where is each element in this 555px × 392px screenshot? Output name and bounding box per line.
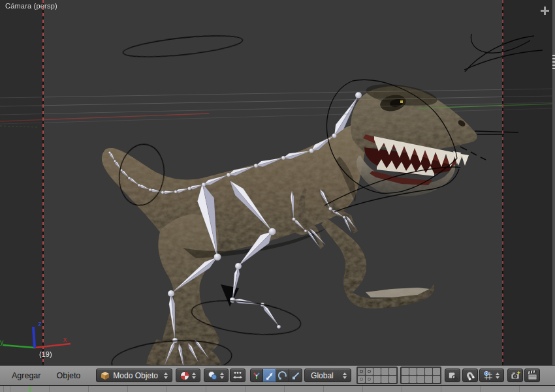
manipulator-group [250, 369, 302, 382]
translate-arrow-icon [264, 370, 275, 381]
render-still-camera-icon [510, 370, 521, 381]
layer-grid-1[interactable] [357, 367, 398, 384]
render-animation-button[interactable] [524, 369, 540, 382]
plus-icon[interactable] [539, 5, 550, 16]
layer-grid-2[interactable] [400, 367, 441, 384]
viewport-header: Agregar Objeto Modo Objeto [0, 365, 555, 385]
cube-icon [100, 370, 110, 381]
3d-viewport[interactable]: Cámara (persp) (19) y x z [0, 0, 555, 365]
axis-y-label: y [0, 338, 4, 346]
mode-dropdown[interactable]: Modo Objeto [96, 369, 172, 382]
rotate-arc-icon [278, 370, 288, 381]
passepartout-right [503, 0, 555, 365]
pivot-point-icon [208, 370, 218, 381]
layer-buttons [357, 367, 441, 384]
render-animation-clapper-icon [527, 370, 538, 381]
transform-orientation-dropdown[interactable]: Global [304, 369, 351, 382]
axis-z-label: z [38, 320, 42, 327]
translate-manipulator-button[interactable] [263, 369, 276, 382]
magnet-icon [465, 370, 475, 381]
blender-window: Cámara (persp) (19) y x z Agregar Objeto… [0, 0, 555, 392]
timeline-strip[interactable] [0, 385, 555, 392]
passepartout-left [0, 0, 43, 365]
camera-name-label: Cámara (persp) [5, 2, 57, 10]
lamp-dot [400, 100, 403, 103]
snap-toggle-button[interactable] [462, 369, 478, 382]
mode-dropdown-arrows [162, 372, 170, 379]
mini-axis-gizmo: y x z [0, 318, 78, 357]
snap-increment-icon [483, 370, 494, 381]
menu-objeto[interactable]: Objeto [48, 371, 88, 380]
manipulate-centers-button[interactable] [230, 369, 246, 382]
render-still-button[interactable] [507, 369, 523, 382]
axis-tripod-button[interactable] [250, 369, 263, 382]
rotate-manipulator-button[interactable] [276, 369, 289, 382]
viewport-shading-texture-icon [180, 370, 190, 381]
mode-label: Modo Objeto [110, 371, 162, 380]
snap-element-dropdown[interactable] [479, 369, 504, 382]
timeline-playhead[interactable] [29, 386, 31, 392]
axis-x-label: x [63, 335, 67, 343]
manipulate-centers-icon [232, 370, 243, 381]
menu-agregar[interactable]: Agregar [4, 371, 48, 380]
scale-square-icon [291, 370, 301, 381]
scene-svg [0, 0, 555, 365]
orientation-label: Global [308, 371, 338, 380]
viewport-shading-dropdown[interactable] [176, 369, 200, 382]
link-lock-icon [447, 370, 458, 381]
scale-manipulator-button[interactable] [289, 369, 302, 382]
pivot-point-dropdown[interactable] [204, 369, 229, 382]
axis-tripod-icon [251, 370, 262, 381]
region-edge-strip[interactable] [552, 0, 555, 365]
lock-modes-button[interactable] [445, 369, 460, 382]
